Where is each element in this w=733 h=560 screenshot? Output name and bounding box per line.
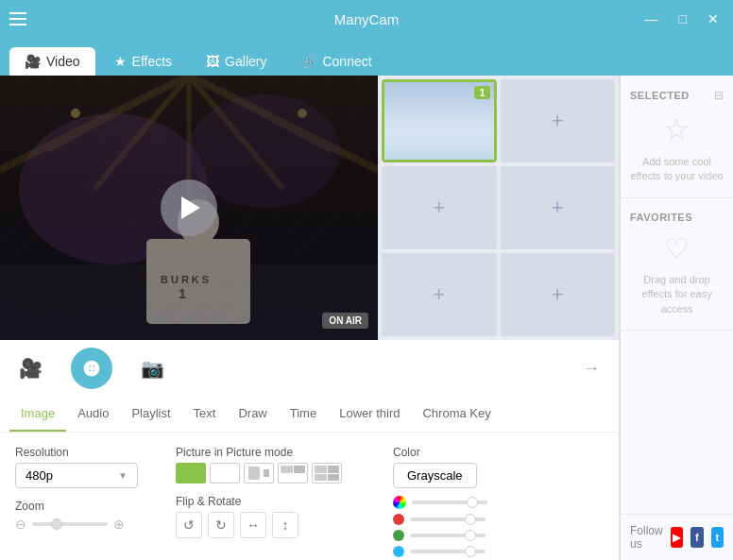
color-slider-blue-thumb — [465, 546, 476, 557]
nav-tab-gallery[interactable]: 🖼 Gallery — [191, 47, 281, 76]
window-controls: — □ ✕ — [640, 9, 724, 28]
pip-option-3[interactable] — [278, 463, 308, 484]
selected-title: SELECTED — [630, 90, 690, 101]
play-button[interactable] — [161, 179, 217, 236]
color-slider-green[interactable] — [410, 534, 486, 537]
resolution-zoom-col: Resolution 480p ▼ Zoom ⊖ ⊕ — [15, 446, 147, 560]
add-source-icon-2: + — [552, 109, 564, 133]
tab-text[interactable]: Text — [182, 397, 228, 432]
color-slider-red-thumb — [465, 514, 476, 525]
grid-cell-3[interactable]: + — [382, 166, 497, 249]
resolution-value: 480p — [26, 468, 53, 483]
video-grid-area: BURKS 1 ON AIR 1 + — [0, 76, 619, 340]
add-source-icon-3: + — [433, 195, 445, 220]
settings-panel: Resolution 480p ▼ Zoom ⊖ ⊕ — [0, 433, 619, 560]
selected-hint: Add some cool effects to your video — [630, 155, 724, 184]
favorites-title: FAVORITES — [630, 212, 692, 223]
selected-header: SELECTED ⊟ — [630, 89, 724, 102]
hamburger-menu[interactable] — [9, 12, 26, 25]
cam-controls-center: 🎥 📷 — [19, 348, 164, 389]
svg-point-8 — [71, 109, 80, 118]
title-bar-left — [9, 12, 26, 25]
nav-tab-video-label: Video — [46, 54, 80, 69]
blue-dot — [393, 546, 404, 557]
svg-point-15 — [90, 366, 94, 371]
right-panel: SELECTED ⊟ ☆ Add some cool effects to yo… — [620, 76, 733, 560]
tab-audio[interactable]: Audio — [66, 397, 120, 432]
pip-option-1[interactable] — [210, 463, 240, 484]
color-slider-blue[interactable] — [410, 550, 486, 553]
screenshot-icon[interactable]: 📷 — [141, 357, 164, 380]
tab-playlist[interactable]: Playlist — [120, 397, 181, 432]
minimize-button[interactable]: — — [640, 9, 663, 28]
zoom-out-icon[interactable]: ⊖ — [15, 517, 26, 532]
nav-tab-effects-label: Effects — [132, 54, 173, 69]
flip-rotate-label: Flip & Rotate — [176, 495, 365, 508]
zoom-row: ⊖ ⊕ — [15, 517, 147, 532]
flip-rotate-section: Flip & Rotate ↺ ↻ ↔ ↕ — [176, 495, 365, 538]
color-slider-red[interactable] — [410, 518, 486, 521]
rotate-right-button[interactable]: ↻ — [208, 512, 234, 538]
rainbow-dot — [393, 496, 406, 509]
close-button[interactable]: ✕ — [703, 9, 724, 28]
video-background: BURKS 1 ON AIR — [0, 76, 378, 340]
tab-image[interactable]: Image — [9, 397, 66, 432]
favorites-header: FAVORITES — [630, 212, 724, 223]
color-section: Color Grayscale — [393, 446, 554, 560]
zoom-in-icon[interactable]: ⊕ — [113, 517, 125, 532]
maximize-button[interactable]: □ — [674, 9, 691, 28]
grid-cell-5[interactable]: + — [382, 253, 497, 336]
camera-controls: 🎥 📷 → — [0, 340, 619, 397]
pip-label: Picture in Picture mode — [176, 446, 365, 459]
color-group: Color Grayscale — [393, 446, 554, 560]
video-icon: 🎥 — [25, 54, 41, 69]
grayscale-button[interactable]: Grayscale — [393, 463, 477, 488]
flip-horizontal-button[interactable]: ↔ — [240, 512, 266, 538]
pip-option-2[interactable] — [244, 463, 274, 484]
title-bar: ManyCam — □ ✕ — [0, 0, 733, 38]
on-air-badge: ON AIR — [322, 313, 368, 329]
app-title: ManyCam — [334, 11, 399, 27]
grid-cell-4[interactable]: + — [501, 166, 616, 249]
flip-rotate-row: ↺ ↻ ↔ ↕ — [176, 512, 365, 538]
color-row-rainbow — [393, 496, 554, 509]
bottom-tabs: Image Audio Playlist Text Draw Time Lowe… — [0, 397, 619, 433]
filter-icon[interactable]: ⊟ — [714, 89, 724, 102]
nav-tab-connect-label: Connect — [322, 54, 371, 69]
pip-option-color[interactable] — [176, 463, 206, 484]
color-slider-green-thumb — [465, 530, 476, 541]
follow-label: Follow us — [630, 524, 663, 551]
broadcast-button[interactable] — [71, 348, 112, 389]
nav-tab-connect[interactable]: 🔗 Connect — [285, 47, 386, 76]
pip-section: Picture in Picture mode — [176, 446, 365, 560]
flip-vertical-button[interactable]: ↕ — [272, 512, 298, 538]
grid-cell-6[interactable]: + — [501, 253, 616, 336]
zoom-slider[interactable] — [32, 522, 108, 526]
color-row-blue — [393, 546, 554, 557]
pip-option-4[interactable] — [312, 463, 342, 484]
color-slider-hue[interactable] — [412, 501, 487, 504]
tab-time[interactable]: Time — [279, 397, 328, 432]
color-label: Color — [393, 446, 554, 459]
next-arrow-icon[interactable]: → — [583, 359, 600, 379]
nav-tab-video[interactable]: 🎥 Video — [9, 47, 95, 76]
follow-us-bar: Follow us ▶ f t — [621, 514, 733, 560]
tab-draw[interactable]: Draw — [227, 397, 278, 432]
source-grid: 1 + + + + + — [378, 76, 619, 340]
grid-cell-2[interactable]: + — [501, 79, 616, 162]
tab-lower-third[interactable]: Lower third — [328, 397, 411, 432]
rotate-left-button[interactable]: ↺ — [176, 512, 202, 538]
left-panel: BURKS 1 ON AIR 1 + — [0, 76, 620, 560]
grid-cell-1[interactable]: 1 — [382, 79, 497, 162]
main-content: BURKS 1 ON AIR 1 + — [0, 76, 733, 560]
tab-chroma-key[interactable]: Chroma Key — [411, 397, 502, 432]
connect-icon: 🔗 — [300, 54, 316, 69]
heart-icon: ♡ — [630, 232, 724, 265]
camera-icon[interactable]: 🎥 — [19, 357, 43, 380]
red-dot — [393, 514, 404, 525]
facebook-button[interactable]: f — [690, 527, 703, 548]
twitter-button[interactable]: t — [711, 527, 724, 548]
nav-tab-effects[interactable]: ★ Effects — [99, 47, 188, 76]
resolution-select[interactable]: 480p ▼ — [15, 463, 138, 488]
youtube-button[interactable]: ▶ — [671, 527, 683, 548]
